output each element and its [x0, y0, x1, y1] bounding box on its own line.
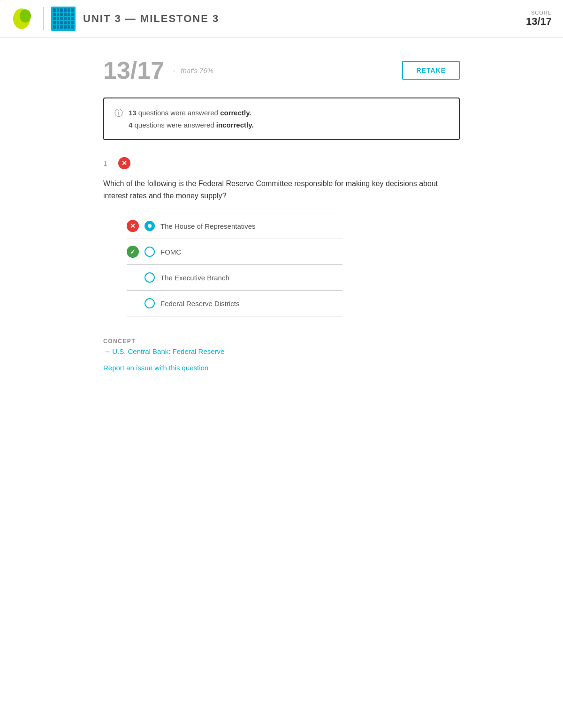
info-icon: ⓘ: [114, 107, 123, 119]
sophya-logo-icon: [11, 7, 36, 31]
retake-button[interactable]: RETAKE: [402, 61, 460, 80]
question-text: Which of the following is the Federal Re…: [103, 178, 460, 202]
correct-icon-2: ✓: [127, 246, 139, 258]
svg-point-1: [20, 9, 31, 23]
page-header: UNIT 3 — MILESTONE 3 SCORE 13/17: [0, 0, 563, 38]
answer-text-4: Federal Reserve Districts: [160, 300, 239, 308]
unit-icon: [51, 7, 76, 31]
answer-text-1: The House of Representatives: [160, 222, 256, 230]
correct-count: 13: [129, 109, 137, 117]
option-row-2[interactable]: ✓ FOMC: [127, 239, 342, 265]
concept-section: CONCEPT → U.S. Central Bank: Federal Res…: [103, 333, 460, 372]
option-row-3[interactable]: The Executive Branch: [127, 265, 342, 291]
answer-text-3: The Executive Branch: [160, 274, 229, 282]
correctly-emphasis: correctly.: [220, 109, 251, 117]
report-issue-link[interactable]: Report an issue with this question: [103, 364, 208, 372]
options-wrapper: ✕ The House of Representatives ✓ FOMC Th…: [127, 213, 342, 316]
info-box: ⓘ 13 questions were answered correctly. …: [103, 98, 460, 140]
option-row-1[interactable]: ✕ The House of Representatives: [127, 213, 342, 239]
info-text: 13 questions were answered correctly. 4 …: [129, 107, 254, 131]
concept-label: CONCEPT: [103, 338, 460, 345]
score-display: 13/17 ← that's 76%: [103, 56, 213, 84]
status-empty-3: [127, 271, 139, 284]
answer-text-2: FOMC: [160, 248, 181, 256]
unit-title: UNIT 3 — MILESTONE 3: [83, 13, 219, 25]
score-section: 13/17 ← that's 76% RETAKE: [103, 56, 460, 84]
score-value: 13/17: [526, 15, 552, 28]
question-block: 1 ✕ Which of the following is the Federa…: [103, 157, 460, 372]
correct-label: questions were answered: [138, 109, 220, 117]
main-content: 13/17 ← that's 76% RETAKE ⓘ 13 questions…: [94, 38, 469, 410]
incorrect-label: questions were answered: [135, 121, 216, 129]
wrong-badge: ✕: [118, 157, 130, 169]
question-number: 1: [103, 159, 113, 167]
score-label: SCORE: [526, 10, 552, 15]
header-divider: [43, 7, 44, 30]
option-row-4[interactable]: Federal Reserve Districts: [127, 291, 342, 316]
radio-btn-3[interactable]: [145, 272, 155, 283]
incorrect-count: 4: [129, 121, 132, 129]
incorrectly-emphasis: incorrectly.: [216, 121, 254, 129]
header-score: SCORE 13/17: [526, 10, 552, 28]
wrong-icon-1: ✕: [127, 220, 139, 232]
header-left: UNIT 3 — MILESTONE 3: [11, 7, 219, 31]
score-caption: ← that's 76%: [172, 67, 213, 75]
score-fraction: 13/17: [103, 56, 164, 84]
concept-link[interactable]: → U.S. Central Bank: Federal Reserve: [103, 347, 460, 355]
status-empty-4: [127, 297, 139, 309]
radio-btn-4[interactable]: [145, 298, 155, 308]
radio-btn-2[interactable]: [145, 247, 155, 257]
radio-btn-1[interactable]: [145, 221, 155, 231]
question-header: 1 ✕: [103, 157, 460, 169]
